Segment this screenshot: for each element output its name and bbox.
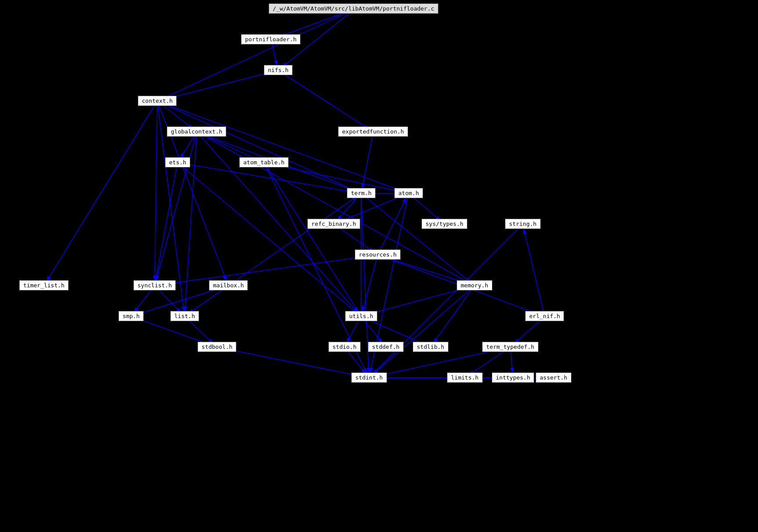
- node-erl_nif_h: erl_nif.h: [525, 311, 564, 321]
- node-utils_h: utils.h: [345, 311, 377, 321]
- node-term_h: term.h: [347, 188, 375, 198]
- svg-line-23: [361, 193, 368, 372]
- node-string_h: string.h: [505, 219, 541, 229]
- node-inttypes_h: inttypes.h: [492, 373, 534, 383]
- node-term_typedef_h: term_typedef.h: [482, 342, 538, 352]
- svg-line-36: [434, 286, 474, 342]
- node-globalcontext_h: globalcontext.h: [167, 127, 226, 137]
- svg-line-5: [278, 70, 368, 128]
- node-memory_h: memory.h: [457, 280, 492, 290]
- node-timer_list_h: timer_list.h: [19, 280, 69, 290]
- node-assert_h: assert.h: [536, 373, 571, 383]
- node-mailbox_h: mailbox.h: [209, 280, 248, 290]
- node-limits_h: limits.h: [447, 373, 483, 383]
- svg-line-10: [47, 101, 157, 280]
- node-stdio_h: stdio.h: [328, 342, 361, 352]
- node-synclist_h: synclist.h: [134, 280, 176, 290]
- node-stddef_h: stddef.h: [368, 342, 404, 352]
- node-context_h: context.h: [138, 96, 177, 106]
- svg-line-33: [228, 197, 356, 286]
- svg-line-2: [163, 9, 355, 98]
- node-portnifloader_h: portnifloader.h: [241, 34, 300, 44]
- node-ets_h: ets.h: [165, 157, 190, 167]
- svg-line-35: [374, 286, 474, 374]
- node-resources_h: resources.h: [355, 250, 401, 260]
- node-atom_table_h: atom_table.h: [239, 157, 289, 167]
- svg-line-17: [156, 163, 177, 279]
- svg-line-58: [524, 230, 545, 316]
- graph-svg: [0, 0, 758, 532]
- node-list_h: list.h: [170, 311, 199, 321]
- node-refc_binary_h: refc_binary.h: [307, 219, 360, 229]
- node-stdlib_h: stdlib.h: [413, 342, 448, 352]
- svg-line-62: [177, 163, 356, 312]
- svg-line-16: [362, 132, 373, 187]
- svg-line-52: [161, 255, 378, 285]
- node-exportedfunction_h: exportedfunction.h: [338, 127, 408, 137]
- svg-line-55: [197, 132, 469, 282]
- svg-line-7: [155, 101, 157, 279]
- node-stdbool_h: stdbool.h: [198, 342, 236, 352]
- node-atom_h: atom.h: [394, 188, 423, 198]
- node-smp_h: smp.h: [119, 311, 144, 321]
- node-stdint_h: stdint.h: [351, 373, 387, 383]
- node-nifs_h: nifs.h: [264, 65, 292, 75]
- node-root: /_w/AtomVM/AtomVM/src/libAtomVM/portnifl…: [269, 4, 438, 14]
- svg-line-13: [156, 132, 197, 279]
- svg-line-4: [163, 70, 278, 100]
- node-sys_types_h: sys/types.h: [422, 219, 467, 229]
